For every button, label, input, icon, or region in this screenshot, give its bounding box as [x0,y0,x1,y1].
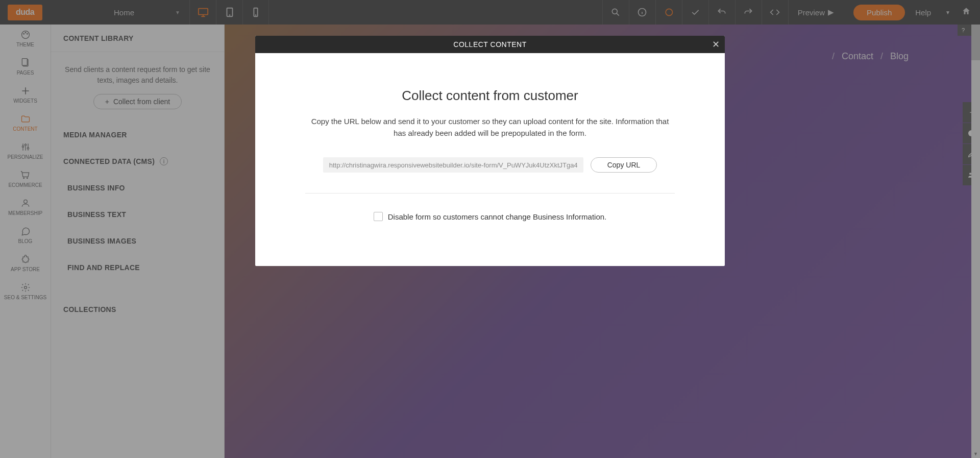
modal-close-button[interactable]: ✕ [712,39,720,50]
checkbox-label: Disable form so customers cannot change … [388,212,607,221]
modal-overlay: COLLECT CONTENT ✕ Collect content from c… [0,0,980,458]
url-input[interactable] [323,157,583,173]
modal-body: Collect content from customer Copy the U… [255,53,725,266]
modal-header: COLLECT CONTENT ✕ [255,36,725,53]
checkbox-row: Disable form so customers cannot change … [305,212,675,221]
divider [305,193,675,194]
modal-description: Copy the URL below and send it to your c… [305,116,675,139]
modal-title-bar: COLLECT CONTENT [453,40,526,49]
collect-content-modal: COLLECT CONTENT ✕ Collect content from c… [255,36,725,266]
modal-heading: Collect content from customer [305,88,675,104]
modal-card: Collect content from customer Copy the U… [270,67,710,252]
disable-form-checkbox[interactable] [374,212,383,221]
url-row: Copy URL [305,157,675,173]
copy-url-button[interactable]: Copy URL [591,157,657,173]
